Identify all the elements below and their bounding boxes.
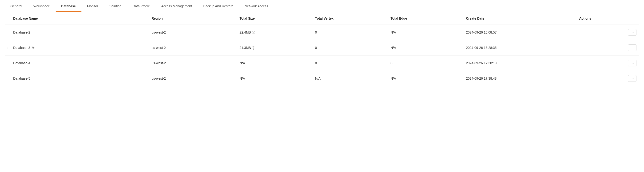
region-cell-db2: us-west-2 (149, 25, 237, 40)
region-cell-db3: us-west-2 (149, 40, 237, 55)
col-header-name: Database Name (10, 12, 149, 25)
date-cell-db3: 2024-09-26 16:28:35 (463, 40, 576, 55)
db-name-cell-db3: Database-3 ⅋1 (10, 40, 149, 55)
region-cell-db5: us-west-2 (149, 71, 237, 86)
size-cell-db3: 21.3MBi (237, 40, 312, 55)
db-name-db5: Database-5 (13, 76, 30, 80)
size-info-icon-db3[interactable]: i (252, 46, 255, 50)
branch-icon-db3: ⅋1 (32, 46, 36, 50)
size-cell-db5: N/A (237, 71, 312, 86)
expand-cell-db5 (5, 71, 10, 86)
table-row: Database-2us-west-222.4MBi0N/A2024-09-26… (5, 25, 639, 40)
actions-cell-db2: ··· (576, 25, 639, 40)
edge-cell-db3: N/A (388, 40, 463, 55)
col-header-edge: Total Edge (388, 12, 463, 25)
tab-solution[interactable]: Solution (104, 0, 127, 12)
edge-cell-db5: N/A (388, 71, 463, 86)
size-cell-db4: N/A (237, 55, 312, 71)
tab-general[interactable]: General (5, 0, 28, 12)
edge-cell-db2: N/A (388, 25, 463, 40)
date-cell-db2: 2024-09-26 16:08:57 (463, 25, 576, 40)
actions-cell-db5: ··· (576, 71, 639, 86)
date-cell-db4: 2024-09-26 17:38:19 (463, 55, 576, 71)
tab-database[interactable]: Database (56, 0, 82, 12)
expand-chevron-db3[interactable]: › (8, 46, 8, 50)
expand-cell-db4 (5, 55, 10, 71)
actions-button-db5[interactable]: ··· (628, 75, 636, 82)
col-header-actions: Actions (576, 12, 639, 25)
actions-button-db2[interactable]: ··· (628, 29, 636, 36)
db-name-db2: Database-2 (13, 31, 30, 34)
table-row: Database-4us-west-2N/A002024-09-26 17:38… (5, 55, 639, 71)
table-header: Database Name Region Total Size Total Ve… (5, 12, 639, 25)
tab-data-profile[interactable]: Data Profile (127, 0, 156, 12)
vertex-cell-db4: 0 (312, 55, 388, 71)
col-header-region: Region (149, 12, 237, 25)
table-body: Database-2us-west-222.4MBi0N/A2024-09-26… (5, 25, 639, 86)
actions-button-db4[interactable]: ··· (628, 60, 636, 66)
db-name-cell-db5: Database-5 (10, 71, 149, 86)
nav-tabs: GeneralWorkspaceDatabaseMonitorSolutionD… (0, 0, 644, 12)
db-name-cell-db4: Database-4 (10, 55, 149, 71)
actions-cell-db3: ··· (576, 40, 639, 55)
vertex-cell-db5: N/A (312, 71, 388, 86)
expand-cell-db3[interactable]: › (5, 40, 10, 55)
db-name-db4: Database-4 (13, 61, 30, 65)
actions-button-db3[interactable]: ··· (628, 44, 636, 51)
db-name-cell-db2: Database-2 (10, 25, 149, 40)
region-cell-db4: us-west-2 (149, 55, 237, 71)
size-cell-db2: 22.4MBi (237, 25, 312, 40)
col-header-date: Create Date (463, 12, 576, 25)
size-info-icon-db2[interactable]: i (252, 31, 255, 34)
date-cell-db5: 2024-09-26 17:38:48 (463, 71, 576, 86)
tab-access-management[interactable]: Access Management (156, 0, 198, 12)
database-table: Database Name Region Total Size Total Ve… (5, 12, 639, 86)
tab-network-access[interactable]: Network Access (239, 0, 274, 12)
actions-cell-db4: ··· (576, 55, 639, 71)
col-header-size: Total Size (237, 12, 312, 25)
db-name-db3: Database-3 (13, 46, 30, 50)
vertex-cell-db2: 0 (312, 25, 388, 40)
tab-backup-restore[interactable]: Backup And Restore (198, 0, 239, 12)
vertex-cell-db3: 0 (312, 40, 388, 55)
edge-cell-db4: 0 (388, 55, 463, 71)
tab-monitor[interactable]: Monitor (82, 0, 104, 12)
table-row: Database-5us-west-2N/AN/AN/A2024-09-26 1… (5, 71, 639, 86)
col-header-vertex: Total Vertex (312, 12, 388, 25)
expand-col-header (5, 12, 10, 25)
table-container: Database Name Region Total Size Total Ve… (0, 12, 644, 86)
expand-cell-db2 (5, 25, 10, 40)
tab-workspace[interactable]: Workspace (28, 0, 56, 12)
table-row: ›Database-3 ⅋1us-west-221.3MBi0N/A2024-0… (5, 40, 639, 55)
